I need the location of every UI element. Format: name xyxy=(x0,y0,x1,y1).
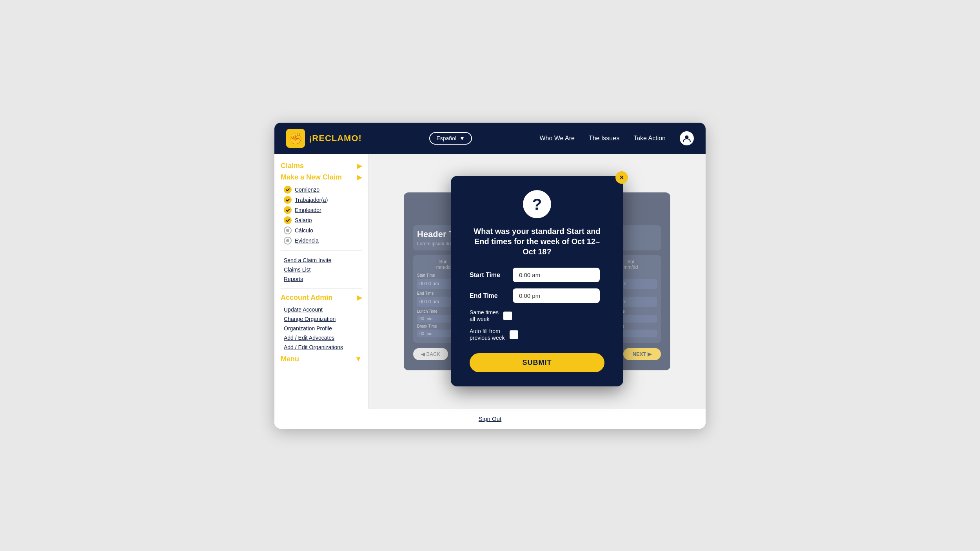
same-times-checkbox[interactable] xyxy=(503,312,512,320)
modal-start-time-row: Start Time xyxy=(470,268,604,282)
check-icon xyxy=(285,218,290,223)
modal-title: What was your standard Start and End tim… xyxy=(470,226,604,257)
chevron-down-icon: ▼ xyxy=(459,135,465,141)
step-comienzo[interactable]: Comienzo xyxy=(281,185,362,195)
claims-list-link[interactable]: Claims List xyxy=(281,265,362,274)
same-times-label: Same timesall week xyxy=(470,309,499,323)
user-icon xyxy=(682,134,691,143)
language-selector[interactable]: Español ▼ xyxy=(429,132,472,145)
reports-link[interactable]: Reports xyxy=(281,274,362,284)
modal-overlay: × ? What was your standard Start and End… xyxy=(368,154,706,409)
end-time-input[interactable] xyxy=(513,288,600,303)
main-content: Claims ▶ Make a New Claim ▶ Comienzo Tra… xyxy=(274,154,706,409)
modal-end-time-row: End Time xyxy=(470,288,604,303)
step-calculo[interactable]: Cálculo xyxy=(281,225,362,236)
nav-links: Who We Are The Issues Take Action xyxy=(539,131,694,145)
auto-fill-checkbox[interactable] xyxy=(510,330,518,339)
step-circle-evidencia xyxy=(284,237,292,245)
modal-question-icon: ? xyxy=(523,190,551,218)
modal-dialog: × ? What was your standard Start and End… xyxy=(451,176,623,386)
step-circle-salario xyxy=(284,216,292,224)
menu-chevron-icon[interactable]: ▼ xyxy=(355,355,362,363)
logo-area: ✊ ¡RECLAMO! xyxy=(286,129,362,148)
check-icon xyxy=(285,198,290,202)
sign-out-link[interactable]: Sign Out xyxy=(479,415,501,422)
change-organization-link[interactable]: Change Organization xyxy=(281,314,362,324)
modal-auto-fill-row: Auto fill fromprevious week xyxy=(470,328,604,341)
take-action-link[interactable]: Take Action xyxy=(633,135,666,142)
step-empleador[interactable]: Empleador xyxy=(281,205,362,215)
make-new-claim-section: Make a New Claim ▶ xyxy=(281,173,362,181)
who-we-are-link[interactable]: Who We Are xyxy=(539,135,575,142)
account-admin-section: Account Admin ▶ xyxy=(281,294,362,302)
account-admin-arrow-icon[interactable]: ▶ xyxy=(357,294,362,301)
modal-submit-button[interactable]: SUBMIT xyxy=(470,353,604,372)
start-time-input[interactable] xyxy=(513,268,600,282)
the-issues-link[interactable]: The Issues xyxy=(589,135,619,142)
step-salario[interactable]: Salario xyxy=(281,215,362,225)
sidebar: Claims ▶ Make a New Claim ▶ Comienzo Tra… xyxy=(274,154,368,409)
user-avatar[interactable] xyxy=(680,131,694,145)
organization-profile-link[interactable]: Organization Profile xyxy=(281,324,362,333)
add-edit-advocates-link[interactable]: Add / Edit Advocates xyxy=(281,333,362,343)
content-area: Header T Lorem ipsum dol... Sunmm/dd Sta… xyxy=(368,154,706,409)
menu-section: Menu ▼ xyxy=(281,355,362,363)
check-icon xyxy=(285,208,290,212)
start-time-label: Start Time xyxy=(470,272,513,279)
add-edit-organizations-link[interactable]: Add / Edit Organizations xyxy=(281,343,362,352)
svg-text:✊: ✊ xyxy=(289,132,303,145)
make-new-claim-arrow-icon[interactable]: ▶ xyxy=(357,174,362,181)
send-claim-invite-link[interactable]: Send a Claim Invite xyxy=(281,256,362,265)
claims-section: Claims ▶ xyxy=(281,162,362,170)
claims-arrow-icon[interactable]: ▶ xyxy=(357,162,362,170)
step-circle-empleador xyxy=(284,206,292,214)
top-nav: ✊ ¡RECLAMO! Español ▼ Who We Are The Iss… xyxy=(274,123,706,154)
logo-text: ¡RECLAMO! xyxy=(309,133,362,143)
auto-fill-label: Auto fill fromprevious week xyxy=(470,328,505,341)
update-account-link[interactable]: Update Account xyxy=(281,305,362,314)
step-circle-comienzo xyxy=(284,186,292,194)
step-evidencia[interactable]: Evidencia xyxy=(281,236,362,246)
sign-out-section: Sign Out xyxy=(274,409,706,429)
step-trabajador[interactable]: Trabajador(a) xyxy=(281,195,362,205)
browser-window: ✊ ¡RECLAMO! Español ▼ Who We Are The Iss… xyxy=(274,123,706,429)
logo-icon: ✊ xyxy=(286,129,305,148)
step-circle-trabajador xyxy=(284,196,292,204)
check-icon xyxy=(285,187,290,192)
step-circle-calculo xyxy=(284,227,292,234)
end-time-label: End Time xyxy=(470,292,513,299)
modal-same-times-row: Same timesall week xyxy=(470,309,604,323)
modal-close-button[interactable]: × xyxy=(615,171,628,184)
